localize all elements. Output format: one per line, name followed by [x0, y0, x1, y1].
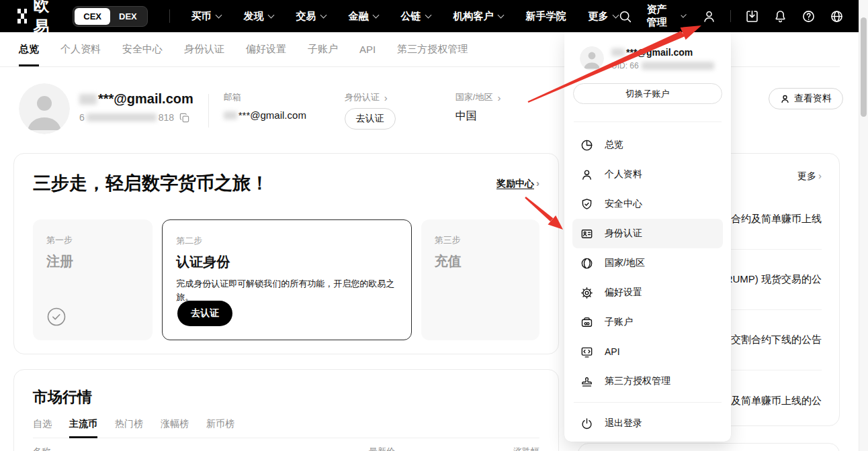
redacted-text	[642, 62, 714, 70]
chevron-down-icon	[373, 11, 380, 18]
language-globe-icon[interactable]	[830, 9, 844, 23]
gear-icon	[580, 287, 593, 299]
step-description: 完成身份认证即可解锁我们的所有功能，开启您的欧易之旅。	[176, 277, 398, 303]
menu-label: 个人资料	[605, 168, 642, 181]
chevron-right-icon: ›	[536, 177, 539, 189]
search-icon[interactable]	[618, 9, 632, 23]
check-circle-icon	[46, 307, 67, 327]
vertical-scrollbar[interactable]	[859, 0, 868, 451]
redacted-text	[224, 111, 237, 119]
chevron-down-icon	[498, 11, 505, 18]
pie-chart-icon	[580, 139, 593, 152]
divider	[574, 121, 722, 122]
step-card-register: 第一步 注册	[33, 219, 153, 340]
okx-logo-icon	[17, 9, 27, 23]
email-label: 邮箱	[224, 91, 330, 103]
divider	[574, 402, 722, 403]
cex-dex-toggle: CEX DEX	[73, 6, 147, 27]
copy-icon[interactable]	[179, 113, 189, 123]
nav-item-chains[interactable]: 公链	[400, 10, 431, 23]
account-dropdown-menu: ***@gmail.com UID: 66 切换子账户 总览 个人资料 安全中心…	[564, 32, 731, 442]
power-icon	[580, 417, 593, 430]
kyc-label[interactable]: 身份认证›	[345, 91, 441, 103]
nav-item-buy[interactable]: 买币	[191, 10, 221, 23]
nav-item-institutional[interactable]: 机构客户	[453, 10, 503, 23]
step-card-verify-identity: 第二步 认证身份 完成身份认证即可解锁我们的所有功能，开启您的欧易之旅。 去认证	[162, 219, 412, 340]
market-tab-hot[interactable]: 热门榜	[115, 418, 143, 438]
subaccount-wallet-icon	[580, 316, 593, 329]
person-icon	[580, 168, 593, 181]
dropdown-item-preferences[interactable]: 偏好设置	[572, 278, 723, 307]
account-email: ***@gmail.com	[79, 91, 193, 107]
dropdown-email: ***@gmail.com	[611, 47, 714, 58]
onboarding-title: 三步走，轻启数字货币之旅！	[33, 171, 269, 195]
menu-label: 偏好设置	[605, 287, 642, 299]
redacted-text	[611, 48, 625, 56]
chevron-right-icon: ›	[384, 92, 388, 103]
region-value: 中国	[455, 109, 541, 123]
menu-label: 总览	[605, 139, 623, 151]
brand-name: 欧易	[33, 0, 55, 38]
market-tab-new[interactable]: 新币榜	[206, 418, 234, 438]
notifications-bell-icon[interactable]	[773, 9, 787, 23]
dropdown-item-third-party-auth[interactable]: 第三方授权管理	[572, 366, 723, 396]
switch-subaccount-button[interactable]: 切换子账户	[573, 83, 722, 104]
avatar	[19, 83, 70, 134]
person-icon	[780, 94, 790, 104]
market-tab-favorites[interactable]: 自选	[33, 418, 52, 438]
dropdown-item-logout[interactable]: 退出登录	[572, 409, 723, 438]
nav-item-academy[interactable]: 新手学院	[525, 10, 566, 23]
menu-label: 子账户	[605, 316, 633, 328]
column-name: 名称	[33, 446, 241, 451]
dropdown-item-personal-info[interactable]: 个人资料	[572, 160, 723, 189]
chevron-down-icon	[681, 12, 687, 18]
region-label[interactable]: 国家/地区›	[455, 91, 541, 103]
dropdown-item-kyc[interactable]: 身份认证	[572, 219, 723, 248]
stamp-icon	[580, 375, 593, 388]
nav-item-more[interactable]: 更多	[588, 10, 618, 23]
toggle-dex[interactable]: DEX	[110, 8, 146, 25]
market-tabs: 自选 主流币 热门榜 涨幅榜 新币榜	[33, 418, 539, 438]
scrollbar-thumb[interactable]	[861, 17, 867, 117]
download-app-icon[interactable]	[745, 9, 759, 23]
market-tab-gainers[interactable]: 涨幅榜	[161, 418, 189, 438]
chevron-down-icon	[425, 11, 432, 18]
dropdown-item-subaccounts[interactable]: 子账户	[572, 307, 723, 337]
menu-label: 第三方授权管理	[605, 375, 670, 387]
page: 欧易 CEX DEX 买币 发现 交易 金融 公链 机构客户 新手学院 更多	[0, 0, 868, 451]
dropdown-item-security-center[interactable]: 安全中心	[572, 189, 723, 219]
market-card: 市场行情 自选 主流币 热门榜 涨幅榜 新币榜 名称 最新价 涨跌幅	[13, 369, 559, 451]
card-below-announcements	[578, 443, 840, 451]
assets-menu[interactable]: 资产管理	[646, 3, 685, 29]
dropdown-item-overview[interactable]: 总览	[572, 130, 723, 160]
announcements-more-link[interactable]: 更多›	[797, 170, 822, 183]
nav-divider	[730, 10, 731, 22]
chevron-down-icon	[268, 11, 275, 18]
email-value: ***@gmail.com	[224, 109, 330, 121]
toggle-cex[interactable]: CEX	[75, 8, 110, 25]
nav-item-trade[interactable]: 交易	[296, 10, 326, 23]
nav-item-finance[interactable]: 金融	[348, 10, 378, 23]
onboarding-card: 三步走，轻启数字货币之旅！ 奖励中心› 第一步 注册 第二步 认证身份 完成身份…	[13, 153, 559, 354]
shield-check-icon	[580, 198, 593, 211]
menu-label: 退出登录	[605, 417, 642, 430]
help-icon[interactable]	[801, 9, 816, 23]
chevron-right-icon: ›	[497, 92, 501, 103]
step-number: 第一步	[46, 234, 139, 246]
market-tab-mainstream[interactable]: 主流币	[69, 418, 97, 438]
profile-icon[interactable]	[702, 9, 716, 23]
verify-now-button[interactable]: 去认证	[345, 108, 396, 130]
okx-logo[interactable]: 欧易	[17, 0, 55, 38]
dropdown-item-api[interactable]: API	[572, 337, 723, 366]
globe-icon	[580, 257, 593, 270]
menu-label: 国家/地区	[605, 257, 645, 269]
dropdown-item-region[interactable]: 国家/地区	[572, 248, 723, 278]
rewards-center-link[interactable]: 奖励中心›	[496, 177, 539, 190]
market-title: 市场行情	[33, 387, 539, 407]
step-title: 认证身份	[176, 253, 398, 271]
chevron-down-icon	[320, 11, 327, 18]
view-profile-button[interactable]: 查看资料	[769, 88, 843, 109]
nav-item-discover[interactable]: 发现	[243, 10, 273, 23]
column-last-price: 最新价	[241, 446, 395, 451]
go-verify-button[interactable]: 去认证	[177, 301, 232, 326]
